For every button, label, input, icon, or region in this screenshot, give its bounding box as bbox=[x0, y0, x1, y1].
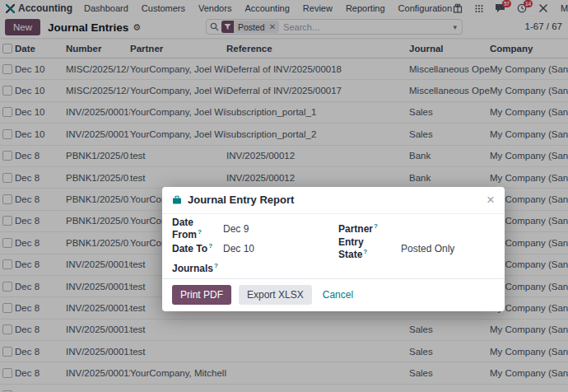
modal-body: Date From? Dec 9 Date To? Dec 10 Journal… bbox=[162, 214, 505, 278]
cancel-button[interactable]: Cancel bbox=[319, 285, 356, 305]
export-xlsx-button[interactable]: Export XLSX bbox=[239, 285, 312, 305]
help-question-icon: ? bbox=[374, 222, 378, 230]
modal-title: Journal Entry Report bbox=[188, 194, 294, 206]
help-question-icon: ? bbox=[208, 242, 212, 250]
entry-state-label: Entry State? bbox=[338, 236, 391, 260]
entry-state-value[interactable]: Posted Only bbox=[401, 243, 454, 254]
date-from-value[interactable]: Dec 9 bbox=[223, 223, 249, 235]
field-entry-state: Entry State? Posted Only bbox=[338, 239, 454, 259]
modal-footer: Print PDF Export XLSX Cancel bbox=[162, 278, 505, 311]
modal-right-column: Partner? Entry State? Posted Only bbox=[338, 219, 454, 278]
field-date-to: Date To? Dec 10 bbox=[172, 239, 338, 259]
briefcase-icon bbox=[172, 195, 182, 205]
modal-left-column: Date From? Dec 9 Date To? Dec 10 Journal… bbox=[172, 219, 338, 278]
help-question-icon: ? bbox=[363, 248, 367, 255]
help-question-icon: ? bbox=[214, 262, 218, 269]
field-partner: Partner? bbox=[338, 219, 454, 239]
print-pdf-button[interactable]: Print PDF bbox=[172, 285, 231, 305]
partner-label: Partner? bbox=[338, 222, 391, 235]
date-to-label: Date To? bbox=[172, 242, 213, 254]
field-journals: Journals? bbox=[172, 259, 338, 278]
modal-header: Journal Entry Report × bbox=[162, 187, 505, 214]
close-icon[interactable]: × bbox=[487, 193, 495, 207]
journal-entry-report-modal: Journal Entry Report × Date From? Dec 9 … bbox=[162, 187, 505, 311]
date-from-label: Date From? bbox=[172, 217, 213, 240]
journals-label: Journals? bbox=[172, 262, 218, 274]
date-to-value[interactable]: Dec 10 bbox=[223, 243, 254, 254]
field-date-from: Date From? Dec 9 bbox=[172, 219, 338, 239]
help-question-icon: ? bbox=[198, 228, 202, 236]
